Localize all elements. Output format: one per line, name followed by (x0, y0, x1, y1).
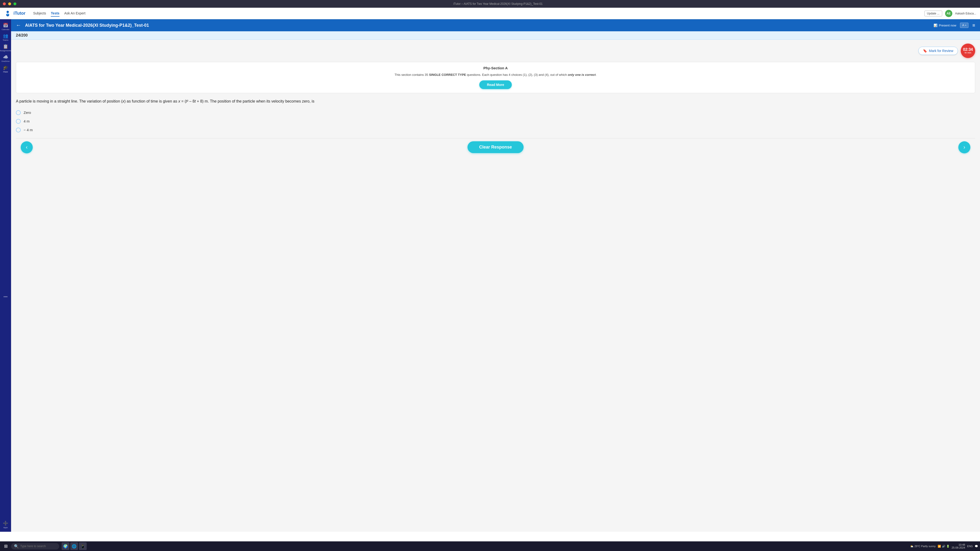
main-content: ← AIATS for Two Year Medical-2026(XI Stu… (11, 19, 329, 185)
calendar-icon: 📅 (3, 22, 8, 28)
left-sidebar: 📅 Calender 👥 Teams 📋 Assignments ☁️ OneD… (0, 19, 11, 185)
sidebar-label-itutor: iTutor (3, 71, 8, 73)
assignments-icon: 📋 (3, 44, 8, 49)
options-list: Zero 4 m − 4 m (16, 110, 329, 132)
nav-tests[interactable]: Tests (51, 10, 59, 17)
itutor-icon: 🎓 (3, 65, 8, 70)
test-title: AIATS for Two Year Medical-2026(XI Study… (25, 23, 329, 28)
content-area: 🔖 Mark for Review 02:34 hr min Phy-Secti… (11, 40, 329, 185)
question-bar: 24/200 (11, 31, 329, 40)
test-header-bar: ← AIATS for Two Year Medical-2026(XI Stu… (11, 19, 329, 31)
window-chrome: iTutor – AIATS for Two Year Medical-2026… (0, 0, 329, 8)
sidebar-label-calendar: Calender (2, 29, 10, 30)
section-box: Phy-Section A This section contains 35 S… (16, 62, 329, 93)
logo-area: iTutor (4, 10, 25, 18)
section-description: This section contains 35 SINGLE CORRECT … (21, 72, 329, 78)
question-text: A particle is moving in a straight line.… (16, 98, 329, 105)
option-1-radio[interactable] (16, 110, 21, 115)
nav-subjects[interactable]: Subjects (33, 10, 46, 17)
option-3[interactable]: − 4 m (16, 127, 329, 132)
teams-icon: 👥 (3, 33, 8, 38)
option-2-radio[interactable] (16, 119, 21, 124)
question-counter: 24/200 (16, 33, 28, 38)
bottom-action-bar: ‹ Clear Response › (16, 138, 329, 156)
sidebar-item-teams[interactable]: 👥 Teams (1, 33, 10, 41)
action-row: 🔖 Mark for Review 02:34 hr min (16, 43, 329, 58)
option-3-label: − 4 m (24, 128, 33, 132)
svg-point-0 (6, 11, 9, 13)
section-title: Phy-Section A (21, 66, 329, 70)
option-1[interactable]: Zero (16, 110, 329, 115)
nav-ask-expert[interactable]: Ask An Expert (64, 10, 86, 17)
option-1-label: Zero (24, 110, 31, 115)
sidebar-label-teams: Teams (3, 39, 8, 41)
logo-text: iTutor (13, 11, 25, 16)
app-nav: iTutor Subjects Tests Ask An Expert Upda… (0, 8, 329, 19)
prev-icon: ‹ (26, 144, 27, 150)
minimize-button[interactable] (8, 2, 11, 5)
sidebar-label-assignments: Assignments (0, 49, 11, 52)
nav-links: Subjects Tests Ask An Expert (33, 10, 86, 17)
option-2-label: 4 m (24, 119, 30, 123)
sidebar-item-onedrive[interactable]: ☁️ OneDrive (1, 54, 10, 62)
option-2[interactable]: 4 m (16, 119, 329, 124)
sidebar-item-assignments[interactable]: 📋 Assignments (1, 43, 10, 52)
option-3-radio[interactable] (16, 127, 21, 132)
previous-button[interactable]: ‹ (21, 141, 33, 153)
svg-point-1 (7, 13, 8, 15)
sidebar-item-itutor[interactable]: 🎓 iTutor (1, 65, 10, 73)
close-button[interactable] (3, 2, 6, 5)
sidebar-item-calendar[interactable]: 📅 Calender (1, 22, 10, 31)
back-button[interactable]: ← (16, 22, 21, 29)
maximize-button[interactable] (13, 2, 16, 5)
onedrive-icon: ☁️ (3, 54, 8, 60)
sidebar-label-onedrive: OneDrive (2, 60, 10, 62)
logo-icon (4, 10, 11, 18)
